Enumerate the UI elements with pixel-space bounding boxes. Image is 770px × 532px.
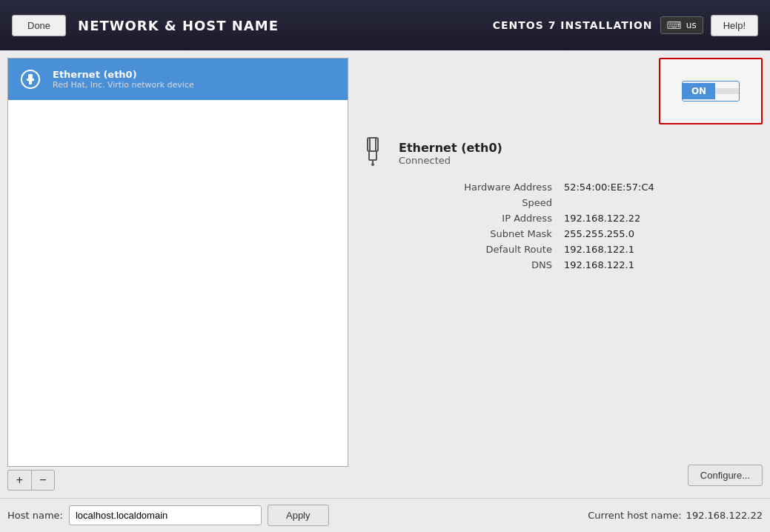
device-item-info: Ethernet (eth0) Red Hat, Inc. Virtio net…: [53, 69, 194, 90]
current-hostname-section: Current host name: 192.168.122.22: [588, 510, 763, 521]
current-hostname-label: Current host name:: [588, 510, 681, 521]
device-list: Ethernet (eth0) Red Hat, Inc. Virtio net…: [7, 58, 348, 467]
host-name-input[interactable]: [69, 505, 262, 525]
svg-rect-7: [369, 151, 376, 160]
dns-label: DNS: [359, 259, 552, 271]
add-device-button[interactable]: +: [7, 470, 31, 491]
keyboard-indicator[interactable]: ⌨ us: [660, 16, 703, 34]
device-detail-status: Connected: [399, 155, 502, 166]
hardware-address-label: Hardware Address: [359, 181, 552, 193]
keyboard-lang: us: [686, 20, 697, 30]
speed-label: Speed: [359, 196, 552, 209]
speed-value: [564, 196, 760, 209]
help-button[interactable]: Help!: [711, 15, 758, 36]
done-button[interactable]: Done: [12, 15, 66, 36]
content-wrapper: Ethernet (eth0) Red Hat, Inc. Virtio net…: [0, 50, 770, 498]
right-panel: ON: [348, 50, 770, 498]
hardware-address-value: 52:54:00:EE:57:C4: [564, 181, 760, 193]
keyboard-icon: ⌨: [667, 19, 682, 31]
left-panel: Ethernet (eth0) Red Hat, Inc. Virtio net…: [0, 50, 348, 498]
host-name-label: Host name:: [7, 510, 63, 521]
apply-button[interactable]: Apply: [268, 505, 329, 526]
current-hostname-value: 192.168.122.22: [686, 510, 763, 521]
main-content: Ethernet (eth0) Red Hat, Inc. Virtio net…: [0, 50, 770, 532]
network-device-icon: [16, 64, 45, 94]
default-route-label: Default Route: [359, 243, 552, 256]
subnet-mask-label: Subnet Mask: [359, 227, 552, 240]
ethernet-icon: [356, 133, 390, 173]
svg-rect-2: [27, 79, 34, 81]
device-details: Ethernet (eth0) Connected Hardware Addre…: [356, 130, 763, 271]
remove-device-button[interactable]: −: [31, 470, 55, 491]
toggle-off[interactable]: [715, 88, 739, 94]
device-item-eth0[interactable]: Ethernet (eth0) Red Hat, Inc. Virtio net…: [8, 59, 348, 100]
configure-button[interactable]: Configure...: [688, 465, 763, 486]
device-detail-title-block: Ethernet (eth0) Connected: [399, 141, 502, 166]
detail-table: Hardware Address 52:54:00:EE:57:C4 Speed…: [356, 181, 763, 271]
svg-point-9: [371, 163, 374, 166]
svg-rect-3: [29, 81, 32, 84]
subnet-mask-value: 255.255.255.0: [564, 227, 760, 240]
toggle-switch[interactable]: ON: [682, 81, 740, 102]
configure-row: Configure...: [356, 460, 763, 491]
header-right: CENTOS 7 INSTALLATION ⌨ us Help!: [493, 15, 758, 36]
top-right: ON: [356, 58, 763, 124]
ip-address-label: IP Address: [359, 212, 552, 225]
toggle-on[interactable]: ON: [683, 83, 715, 99]
device-desc: Red Hat, Inc. Virtio network device: [53, 80, 194, 90]
toggle-box: ON: [659, 58, 763, 124]
device-name: Ethernet (eth0): [53, 69, 194, 80]
page-title: NETWORK & HOST NAME: [78, 18, 279, 33]
header: Done NETWORK & HOST NAME CENTOS 7 INSTAL…: [0, 0, 770, 50]
device-detail-title: Ethernet (eth0): [399, 141, 502, 155]
installation-title: CENTOS 7 INSTALLATION: [493, 19, 653, 31]
spacer: [356, 271, 763, 460]
ip-address-value: 192.168.122.22: [564, 212, 760, 225]
device-controls: + −: [7, 470, 348, 491]
dns-value: 192.168.122.1: [564, 259, 760, 271]
device-detail-header: Ethernet (eth0) Connected: [356, 130, 763, 176]
default-route-value: 192.168.122.1: [564, 243, 760, 256]
header-left: Done NETWORK & HOST NAME: [12, 15, 279, 36]
footer: Host name: Apply Current host name: 192.…: [0, 498, 770, 532]
